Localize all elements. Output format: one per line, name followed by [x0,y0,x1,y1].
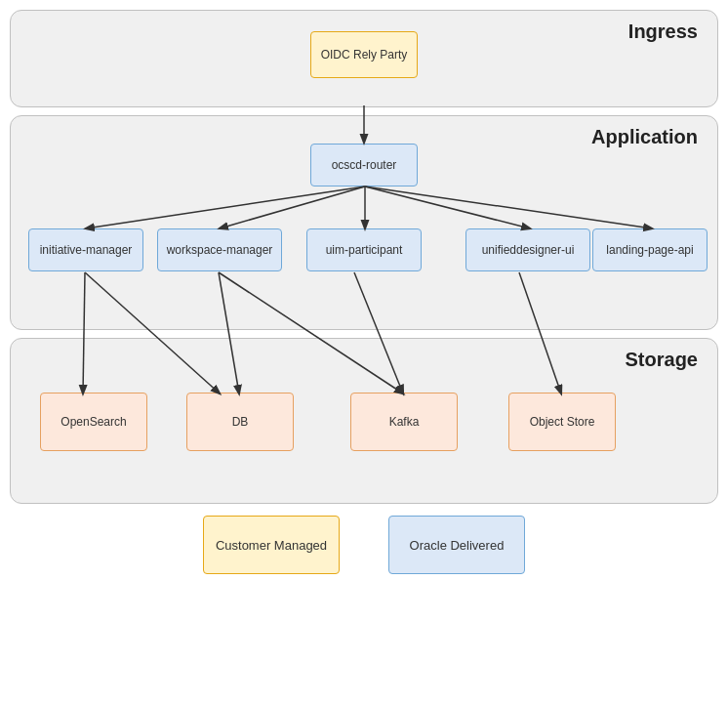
landing-box: landing-page-api [592,228,708,271]
initiative-box: initiative-manager [28,228,143,271]
legend: Customer Managed Oracle Delivered [10,516,718,574]
diagram-container: Ingress OIDC Rely Party Application ocsc… [10,10,718,574]
storage-section: Storage OpenSearch DB Kafka Object Store [10,338,718,504]
ingress-section: Ingress OIDC Rely Party [10,10,718,107]
arrow-router-initiative [86,186,365,228]
kafka-box: Kafka [350,393,458,451]
arrow-router-unified [365,186,530,228]
arrow-router-landing [365,186,652,228]
arrow-router-workspace [220,186,365,228]
unified-box: unifieddesigner-ui [465,228,590,271]
application-label: Application [591,126,698,148]
legend-customer-managed: Customer Managed [203,516,340,574]
objectstore-box: Object Store [508,393,616,451]
storage-label: Storage [626,349,698,371]
router-box: ocscd-router [310,144,418,186]
opensearch-box: OpenSearch [40,393,147,451]
uim-box: uim-participant [306,228,422,271]
legend-oracle-delivered: Oracle Delivered [388,516,525,574]
oidc-box: OIDC Rely Party [310,31,418,78]
db-box: DB [186,393,294,451]
workspace-box: workspace-manager [157,228,282,271]
ingress-label: Ingress [628,21,698,43]
application-section: Application ocscd-router initiative-mana… [10,115,718,330]
